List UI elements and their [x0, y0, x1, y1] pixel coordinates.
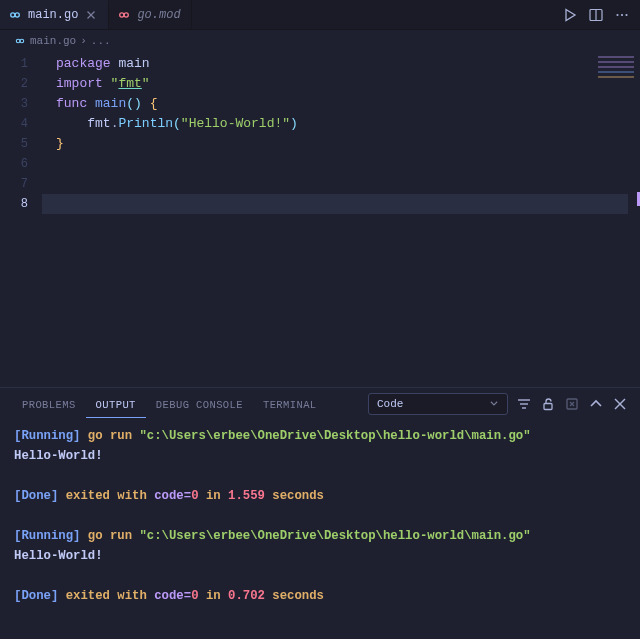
code-line[interactable]: fmt.Println("Hello-World!")	[42, 114, 640, 134]
breadcrumb[interactable]: main.go › ...	[0, 30, 640, 52]
code-line[interactable]: }	[42, 134, 640, 154]
editor[interactable]: 12345678 package mainimport "fmt"func ma…	[0, 52, 640, 387]
output-filter-value: Code	[377, 398, 403, 410]
line-number: 4	[0, 114, 42, 134]
line-number: 5	[0, 134, 42, 154]
line-number: 7	[0, 174, 42, 194]
svg-point-9	[621, 13, 623, 15]
split-editor-icon[interactable]	[588, 7, 604, 23]
svg-point-8	[616, 13, 618, 15]
code-line[interactable]: func main() {	[42, 94, 640, 114]
panel-actions	[516, 396, 628, 412]
close-panel-icon[interactable]	[612, 396, 628, 412]
line-gutter: 12345678	[0, 52, 42, 387]
svg-point-4	[120, 12, 124, 16]
svg-point-0	[11, 13, 15, 17]
tab-main-go[interactable]: main.go	[0, 0, 109, 29]
go-file-icon	[14, 35, 26, 47]
line-number: 2	[0, 74, 42, 94]
svg-point-1	[15, 13, 19, 17]
breadcrumb-file: main.go	[30, 35, 76, 47]
tab-bar: main.gogo.mod	[0, 0, 640, 30]
more-icon[interactable]	[614, 7, 630, 23]
svg-point-12	[20, 39, 24, 43]
tab-go-mod[interactable]: go.mod	[109, 0, 191, 29]
output-body[interactable]: [Running] go run "c:\Users\erbee\OneDriv…	[0, 420, 640, 639]
go-file-icon	[117, 8, 131, 22]
tab-label: main.go	[28, 8, 78, 22]
active-line-highlight	[42, 194, 628, 214]
svg-point-5	[125, 12, 129, 16]
unlock-icon[interactable]	[540, 396, 556, 412]
line-number: 1	[0, 54, 42, 74]
panel-tab-debug-console[interactable]: DEBUG CONSOLE	[146, 391, 253, 418]
chevron-up-icon[interactable]	[588, 396, 604, 412]
breadcrumb-trail: ...	[91, 35, 111, 47]
line-number: 8	[0, 194, 42, 214]
output-filter-select[interactable]: Code	[368, 393, 508, 415]
code-area[interactable]: package mainimport "fmt"func main() { fm…	[42, 52, 640, 387]
tab-label: go.mod	[137, 8, 180, 22]
code-line[interactable]: package main	[42, 54, 640, 74]
clear-output-icon[interactable]	[564, 396, 580, 412]
panel-tab-output[interactable]: OUTPUT	[86, 391, 146, 418]
titlebar-actions	[552, 0, 640, 29]
panel-header: PROBLEMSOUTPUTDEBUG CONSOLETERMINAL Code	[0, 388, 640, 420]
svg-point-11	[16, 39, 20, 43]
line-number: 3	[0, 94, 42, 114]
filter-lines-icon[interactable]	[516, 396, 532, 412]
chevron-down-icon	[489, 398, 499, 411]
go-file-icon	[8, 8, 22, 22]
panel-tabs: PROBLEMSOUTPUTDEBUG CONSOLETERMINAL	[12, 391, 327, 418]
panel-tab-terminal[interactable]: TERMINAL	[253, 391, 327, 418]
code-line[interactable]: import "fmt"	[42, 74, 640, 94]
panel-tab-problems[interactable]: PROBLEMS	[12, 391, 86, 418]
svg-point-10	[625, 13, 627, 15]
line-number: 6	[0, 154, 42, 174]
run-icon[interactable]	[562, 7, 578, 23]
svg-rect-16	[544, 404, 552, 410]
breadcrumb-sep: ›	[80, 35, 87, 47]
close-icon[interactable]	[84, 8, 98, 22]
tabs: main.gogo.mod	[0, 0, 552, 29]
bottom-panel: PROBLEMSOUTPUTDEBUG CONSOLETERMINAL Code…	[0, 387, 640, 639]
